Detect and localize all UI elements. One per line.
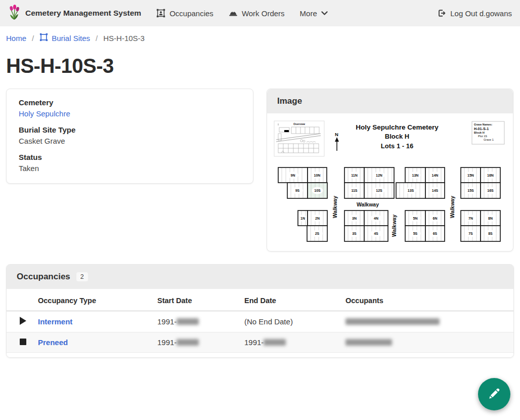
nav-more[interactable]: More [300,9,328,18]
svg-text:14N: 14N [432,174,439,177]
breadcrumb-burial-sites[interactable]: Burial Sites [39,33,90,43]
redacted-text [345,318,440,325]
column-start-date: Start Date [157,289,244,311]
table-header-row: Occupancy Type Start Date End Date Occup… [7,289,513,311]
nav-logout[interactable]: Log Out d.gowans [437,9,512,18]
breadcrumb-home[interactable]: Home [6,34,26,43]
plot-9S: 9S [287,183,308,198]
plot-3S: 3S [344,226,364,241]
svg-text:Plot 1S: Plot 1S [478,135,487,138]
image-card: Image Overview [267,89,513,251]
column-end-date: End Date [244,289,345,311]
svg-text:11S: 11S [351,189,357,192]
pencil-icon [487,386,502,403]
plot-14N: 14N [425,167,445,183]
svg-text:1N: 1N [300,217,305,220]
svg-text:8N: 8N [488,217,493,220]
plot-7N: 7N [461,211,481,226]
field-status: Status Taken [19,152,241,174]
walkway-label: Walkway [449,196,455,218]
occupancy-type-link[interactable]: Interment [38,317,72,326]
chevron-down-icon [321,11,328,16]
breadcrumb-current: HS-H-10S-3 [103,34,145,43]
svg-text:8S: 8S [488,232,493,235]
svg-text:2N: 2N [315,217,320,220]
svg-text:6S: 6S [433,232,438,235]
occupancies-header: Occupancies 2 [7,265,513,289]
column-occupancy-type: Occupancy Type [38,289,157,311]
plot-9N: 9N [278,167,308,183]
svg-text:14S: 14S [432,189,439,192]
app-title: Cemetery Management System [25,9,141,18]
occupancies-title: Occupancies [17,272,70,282]
plot-12N: 12N [364,167,394,183]
page-title: HS-H-10S-3 [6,55,520,77]
plot-10S: 10S [308,183,327,198]
svg-text:6N: 6N [433,217,438,220]
plot-13S: 13S [396,183,425,198]
plot-7S: 7S [461,226,481,241]
overview-thumbnail: Overview [274,121,324,156]
plot-8S: 8S [481,226,500,241]
plot-3N: 3N [344,211,364,226]
walkway-label: Walkway [357,201,379,207]
cards-row: Cemetery Holy Sepulchre Burial Site Type… [6,89,514,251]
svg-text:11N: 11N [351,174,357,177]
svg-text:2S: 2S [315,232,320,235]
plot-2N: 2N [308,211,327,226]
plot-8N: 8N [481,211,500,226]
svg-text:3S: 3S [352,232,357,235]
burial-site-type-value: Casket Grave [19,136,241,147]
burial-site-details-card: Cemetery Holy Sepulchre Burial Site Type… [6,89,253,184]
breadcrumb-burial-sites-label: Burial Sites [52,34,90,43]
breadcrumb: Home / Burial Sites / HS-H-10S-3 [0,26,520,48]
top-navbar: Cemetery Management System Occupancies W [0,0,520,26]
plot-2S: 2S [307,226,327,241]
app-brand[interactable]: Cemetery Management System [8,4,141,23]
svg-text:Overview: Overview [293,122,306,125]
table-bottom-spacer [7,353,513,357]
nav-logout-label: Log Out d.gowans [450,9,512,18]
table-row: Interment 1991- (No End Date) [7,311,513,332]
occupancy-type-link[interactable]: Preneed [38,338,68,347]
svg-text:Grave 1: Grave 1 [484,138,494,141]
svg-text:12N: 12N [376,174,382,177]
svg-text:7S: 7S [468,232,473,235]
sign-out-icon [437,9,446,18]
plot-5N: 5N [405,211,425,226]
svg-text:Lots 1 - 16: Lots 1 - 16 [381,142,413,150]
breadcrumb-separator: / [96,34,98,43]
nav-work-orders-label: Work Orders [242,9,285,18]
cemetery-link[interactable]: Holy Sepulchre [19,109,70,118]
svg-text:9S: 9S [295,189,300,192]
burial-site-type-label: Burial Site Type [19,124,241,136]
svg-text:N: N [335,132,338,137]
plot-4S: 4S [364,226,388,241]
svg-text:5N: 5N [413,217,418,220]
svg-text:4N: 4N [374,217,378,220]
table-row: Preneed 1991- 1991- [7,332,513,353]
svg-text:Block H: Block H [474,131,485,134]
plot-6S: 6S [425,226,445,241]
plot-1N: 1N [298,211,308,226]
svg-text:15S: 15S [467,189,474,192]
end-date-value: (No End Date) [244,317,293,326]
walkway-label: Walkway [332,196,338,218]
nav-more-label: More [300,9,317,18]
svg-text:16N: 16N [487,174,494,177]
redacted-text [177,339,199,346]
svg-text:10S: 10S [314,189,321,192]
svg-text:13N: 13N [412,174,419,177]
svg-text:Block H: Block H [385,133,409,140]
svg-text:12S: 12S [376,189,382,192]
plot-15S: 15S [461,183,481,198]
occupancies-table: Occupancy Type Start Date End Date Occup… [7,289,513,353]
svg-text:5S: 5S [413,232,418,235]
end-date-value: 1991- [244,338,264,347]
svg-text:7N: 7N [468,217,473,220]
nav-occupancies[interactable]: Occupancies [156,9,213,18]
nav-work-orders[interactable]: Work Orders [229,9,285,18]
edit-fab-button[interactable] [478,378,510,410]
occupancy-active-icon [20,317,26,325]
redacted-text [264,339,286,346]
